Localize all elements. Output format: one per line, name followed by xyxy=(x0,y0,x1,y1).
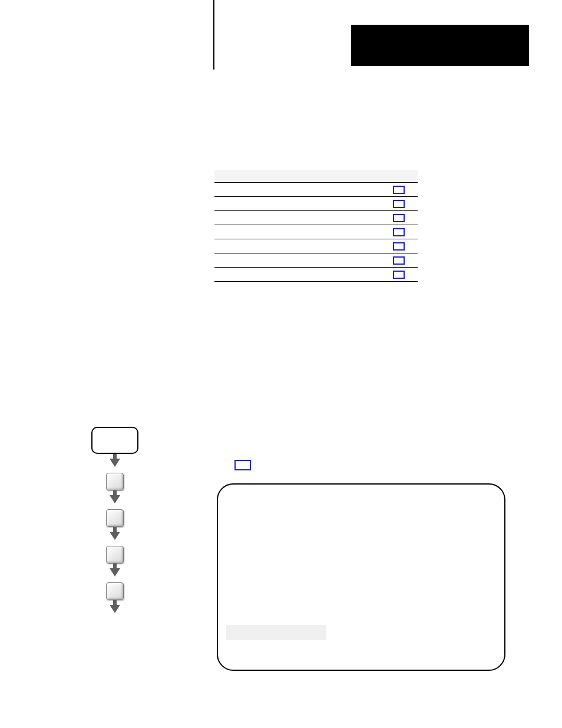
vertical-divider xyxy=(213,0,214,70)
screen-panel xyxy=(217,483,505,671)
arrow-down-icon xyxy=(110,459,120,467)
table-header-row xyxy=(214,170,418,183)
step-button-icon xyxy=(106,509,124,527)
remote-key-icon xyxy=(91,427,138,454)
table-row xyxy=(214,225,418,239)
row-indicator-icon xyxy=(393,242,405,251)
table-row xyxy=(214,211,418,225)
panel-highlight-row xyxy=(226,625,326,640)
header-title-bar xyxy=(351,25,529,66)
row-indicator-icon xyxy=(393,271,405,279)
reference-box-icon xyxy=(234,460,251,470)
table-row xyxy=(214,253,418,268)
button-flow-diagram xyxy=(82,427,147,619)
row-indicator-icon xyxy=(393,228,405,236)
row-indicator-icon xyxy=(393,214,405,222)
settings-table xyxy=(214,170,418,282)
table-row xyxy=(214,268,418,282)
step-button-icon xyxy=(106,473,124,490)
table-row xyxy=(214,239,418,253)
arrow-down-icon xyxy=(110,605,120,613)
row-indicator-icon xyxy=(393,256,405,265)
table-row xyxy=(214,197,418,211)
row-indicator-icon xyxy=(393,186,405,194)
step-button-icon xyxy=(106,546,124,564)
table-row xyxy=(214,183,418,197)
arrow-down-icon xyxy=(110,532,120,540)
arrow-down-icon xyxy=(110,568,120,577)
step-button-icon xyxy=(106,582,124,600)
arrow-down-icon xyxy=(110,495,120,503)
row-indicator-icon xyxy=(393,200,405,208)
